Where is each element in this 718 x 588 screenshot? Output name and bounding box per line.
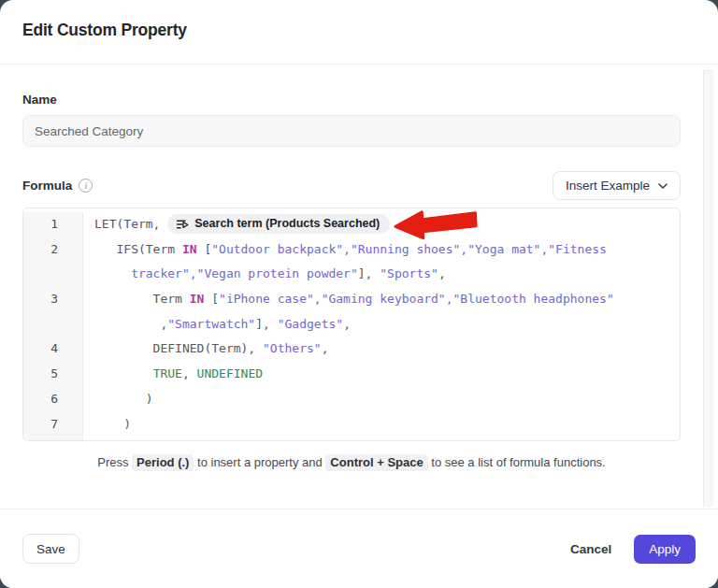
code-token: IN (190, 292, 205, 306)
code-token: , (438, 266, 446, 280)
gutter-filler (23, 437, 83, 441)
code-token: LET(Term, (94, 217, 167, 231)
formula-header-row: Formula i Insert Example (22, 171, 681, 200)
code-token: [ (204, 292, 219, 306)
code-line: ,"Smartwatch"], "Gadgets", (83, 312, 680, 337)
formula-label-wrap: Formula i (22, 179, 93, 193)
code-token: , (390, 217, 405, 231)
insert-example-label: Insert Example (566, 179, 650, 193)
code-token: DEFINED(Term), (94, 341, 263, 355)
line-number: 6 (23, 387, 83, 412)
save-button[interactable]: Save (22, 534, 79, 564)
backdrop: Edit Custom Property Name Formula i Inse… (0, 0, 718, 588)
editor-help-text: Press Period (.) to insert a property an… (22, 454, 681, 471)
footer-right-actions: Cancel Apply (570, 535, 696, 564)
code-line: TRUE, UNDEFINED (83, 362, 680, 387)
line-number: 5 (23, 362, 83, 387)
code-token: ) (94, 392, 153, 406)
code-token (94, 366, 153, 380)
code-token: IFS(Term (94, 242, 182, 256)
code-token: ], (358, 266, 380, 280)
code-line: Term IN ["iPhone case","Gaming keyboard"… (83, 287, 680, 312)
property-chip[interactable]: Search term (Products Searched) (167, 214, 390, 234)
modal-title: Edit Custom Property (22, 21, 696, 40)
insert-example-button[interactable]: Insert Example (553, 171, 681, 200)
code-token: "iPhone case","Gaming keyboard","Bluetoo… (219, 292, 614, 306)
vertical-scrollbar[interactable] (703, 70, 713, 507)
header-divider (0, 64, 718, 65)
code-line: LET(Term, Search term (Products Searched… (83, 212, 680, 237)
event-property-icon (176, 218, 189, 231)
code-token (94, 266, 131, 280)
formula-code-editor[interactable]: 1LET(Term, Search term (Products Searche… (22, 208, 681, 441)
line-number (23, 262, 83, 287)
code-token: , (182, 366, 197, 380)
kbd-period: Period (.) (132, 454, 194, 471)
line-number: 7 (23, 412, 83, 437)
line-number (23, 312, 83, 337)
code-line: DEFINED(Term), "Others", (83, 337, 680, 362)
code-row: 5 TRUE, UNDEFINED (23, 362, 680, 387)
property-chip-label: Search term (Products Searched) (194, 217, 380, 231)
code-token: "Gadgets" (278, 317, 343, 331)
code-token: tracker","Vegan protein powder" (131, 266, 358, 280)
modal-content: Name Formula i Insert Example 1LET(Term,… (0, 93, 718, 471)
chevron-down-icon (658, 183, 668, 189)
code-token: UNDEFINED (197, 366, 263, 380)
code-token: Term (94, 292, 190, 306)
code-row: 3 Term IN ["iPhone case","Gaming keyboar… (23, 287, 680, 312)
code-row: 6 ) (23, 387, 680, 412)
code-filler (83, 437, 680, 441)
line-number: 2 (23, 237, 83, 263)
code-line: tracker","Vegan protein powder"], "Sport… (83, 262, 680, 287)
help-middle: to insert a property and (194, 455, 325, 469)
code-token: , (322, 341, 329, 355)
code-token: TRUE (153, 366, 182, 380)
code-token: ) (94, 417, 131, 431)
line-number: 3 (23, 287, 83, 312)
code-row: 4 DEFINED(Term), "Others", (23, 337, 680, 362)
code-token: IN (182, 242, 197, 256)
code-token: , (94, 317, 167, 331)
code-token: "Smartwatch" (167, 317, 255, 331)
code-token: "Sports" (380, 266, 438, 280)
code-row: 1LET(Term, Search term (Products Searche… (23, 212, 680, 237)
code-line: ) (83, 412, 680, 437)
formula-label: Formula (22, 179, 72, 193)
modal-footer: Save Cancel Apply (0, 509, 718, 588)
code-row: ,"Smartwatch"], "Gadgets", (23, 312, 680, 337)
help-suffix: to see a list of formula functions. (428, 455, 606, 469)
red-arrow-annotation (392, 208, 480, 241)
code-row: tracker","Vegan protein powder"], "Sport… (23, 262, 680, 287)
name-input[interactable] (22, 115, 681, 147)
code-row: 7 ) (23, 412, 680, 437)
code-row: 2 IFS(Term IN ["Outdoor backpack","Runni… (23, 237, 680, 263)
line-number: 1 (23, 212, 83, 237)
code-token: , (343, 317, 351, 331)
help-prefix: Press (97, 455, 132, 469)
code-token: "Outdoor backpack","Running shoes","Yoga… (211, 242, 607, 256)
code-token: [ (197, 242, 212, 256)
name-label: Name (22, 93, 681, 107)
code-token: "Others" (263, 341, 322, 355)
editor-filler-row (23, 437, 680, 441)
code-line: ) (83, 387, 680, 412)
edit-custom-property-modal: Edit Custom Property Name Formula i Inse… (0, 0, 718, 588)
code-token: ], (255, 317, 277, 331)
code-line: IFS(Term IN ["Outdoor backpack","Running… (83, 237, 680, 263)
cancel-button[interactable]: Cancel (570, 542, 611, 556)
kbd-control-space: Control + Space (325, 454, 427, 471)
apply-button[interactable]: Apply (634, 535, 696, 564)
info-icon[interactable]: i (79, 179, 93, 193)
line-number: 4 (23, 337, 83, 362)
